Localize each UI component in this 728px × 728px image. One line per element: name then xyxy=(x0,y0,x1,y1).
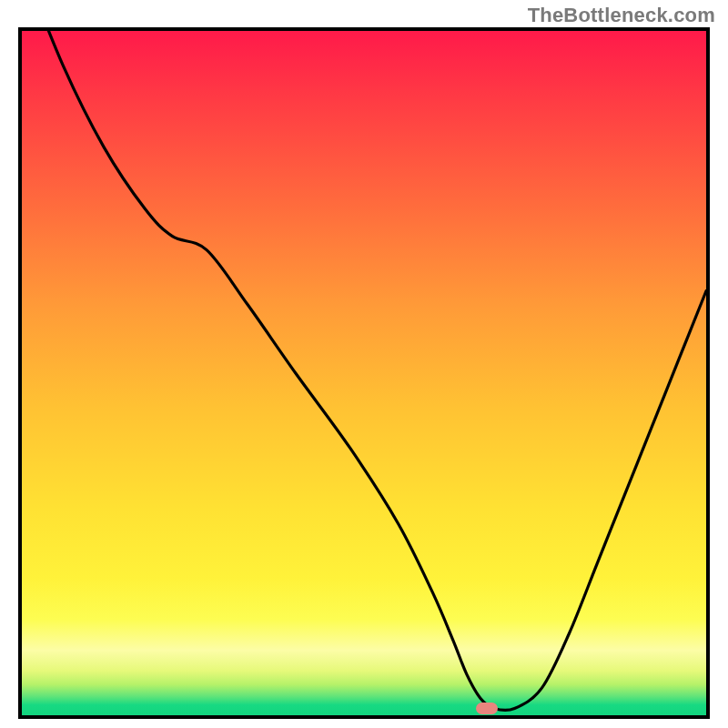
plot-area xyxy=(18,27,710,719)
chart-stage: TheBottleneck.com xyxy=(0,0,728,728)
bottleneck-curve xyxy=(22,31,706,715)
watermark-text: TheBottleneck.com xyxy=(528,4,715,27)
optimal-marker xyxy=(476,703,498,715)
